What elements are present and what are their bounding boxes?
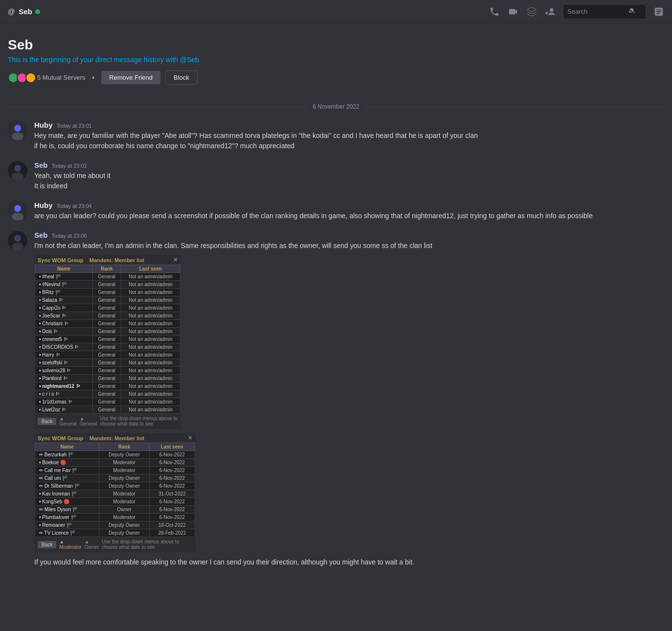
table-row: • Cappi2o 🏳GeneralNot an admin/admin xyxy=(35,304,180,312)
svg-point-5 xyxy=(12,173,23,180)
footer-text-2: Use the drop-down menus above to choose … xyxy=(102,539,192,550)
table-row: • Plumbalover 🏴Moderator6-Nov-2022 xyxy=(35,514,195,521)
table-row: • Dois 🏳GeneralNot an admin/admin xyxy=(35,328,180,336)
rank-to-label-2: ▲ Owner xyxy=(85,539,99,550)
topbar-right xyxy=(489,5,664,19)
message-content: Seb Today at 23:02 Yeah, vw told me abou… xyxy=(34,161,664,191)
profile-desc: This is the beginning of your direct mes… xyxy=(8,56,664,64)
table-row: • JoeScar 🏳GeneralNot an admin/admin xyxy=(35,312,180,320)
col-header-name: Name xyxy=(35,265,93,273)
back-button-1[interactable]: Back xyxy=(38,418,56,425)
message-text: are you clan leader? could you please se… xyxy=(34,211,664,221)
search-box[interactable] xyxy=(563,5,646,19)
profile-name: Seb xyxy=(8,37,664,53)
svg-point-1 xyxy=(14,125,21,132)
message-group: Huby Today at 23:01 Hey mate, are you fa… xyxy=(8,118,664,154)
table-row: • KongSeb 🔴Moderator6-Nov-2022 xyxy=(35,498,195,506)
table-row: • nightmared12 🏳GeneralNot an admin/admi… xyxy=(35,383,180,390)
message-time: Today at 23:04 xyxy=(57,203,92,209)
svg-point-2 xyxy=(12,133,23,140)
table-row: ✏ Call me Fav 🏴Moderator6-Nov-2022 xyxy=(35,467,195,474)
close-icon-2[interactable]: ✕ xyxy=(188,435,192,441)
screenshot-header-1: Sync WOM Group Mandem: Member list ✕ xyxy=(35,255,180,265)
game-footer-1: Back ▲ General ▲ General Use the drop-do… xyxy=(35,414,180,428)
message-author: Huby xyxy=(34,201,53,209)
table-row: • Harry 🏳GeneralNot an admin/admin xyxy=(35,351,180,359)
screenshot-title-2: Sync WOM Group Mandem: Member list xyxy=(38,435,144,441)
avatar xyxy=(8,161,27,180)
separator-dot: • xyxy=(92,74,94,82)
rank-from-label-2: ▲ Moderator xyxy=(59,539,82,550)
game-table-1: Name Rank Last seen • #heal 🏴GeneralNot … xyxy=(35,265,180,414)
date-divider-text: 6 November 2022 xyxy=(313,103,359,110)
svg-point-8 xyxy=(12,213,23,221)
main-content: Seb This is the beginning of your direct… xyxy=(0,23,672,584)
screenshot-container: Sync WOM Group Mandem: Member list ✕ Nam… xyxy=(34,255,664,552)
video-icon[interactable] xyxy=(508,6,518,17)
close-icon[interactable]: ✕ xyxy=(173,257,178,263)
back-button-2[interactable]: Back xyxy=(38,541,56,548)
game-table-2: Name Rank Last seen ✏ Berzurkah 🏴Deputy … xyxy=(35,443,195,537)
remove-friend-button[interactable]: Remove Friend xyxy=(101,71,160,84)
table-row: • BRitz 🏴GeneralNot an admin/admin xyxy=(35,289,180,296)
nitro-icon[interactable] xyxy=(526,6,537,17)
table-row: ✏ TV Licence 🏴Deputy Owner28-Feb-2022 xyxy=(35,529,195,537)
table-row: • DISCORDIOS 🏳GeneralNot an admin/admin xyxy=(35,343,180,351)
date-divider: 6 November 2022 xyxy=(8,103,664,110)
svg-point-10 xyxy=(14,235,21,242)
rank-from-label: ▲ General xyxy=(59,416,77,427)
game-screenshot-1: Sync WOM Group Mandem: Member list ✕ Nam… xyxy=(34,255,181,429)
table-row: • Kav Ironman 🏴Moderator31-Oct-2022 xyxy=(35,490,195,498)
table-row: • Christiani 🏳GeneralNot an admin/admin xyxy=(35,320,180,328)
phone-icon[interactable] xyxy=(489,6,500,17)
message-text: Hey mate, are you familiar with the play… xyxy=(34,131,664,151)
topbar-left: @ Seb xyxy=(8,7,40,16)
screenshot-title-1: Sync WOM Group Mandem: Member list xyxy=(38,257,144,263)
message-content: Huby Today at 23:04 are you clan leader?… xyxy=(34,201,664,221)
table-row: • #heal 🏴GeneralNot an admin/admin xyxy=(35,273,180,281)
message-text: I'm not the clan leader, I'm an admin in… xyxy=(34,241,664,251)
topbar-username: Seb xyxy=(19,7,32,16)
message-text: Yeah, vw told me about it It is indeed xyxy=(34,171,664,191)
col-header-rank-2: Rank xyxy=(99,443,149,451)
screenshot-header-2: Sync WOM Group Mandem: Member list ✕ xyxy=(35,433,195,443)
message-header: Seb Today at 23:06 xyxy=(34,231,664,239)
message-author: Seb xyxy=(34,161,48,169)
search-input[interactable] xyxy=(567,8,626,15)
game-footer-2: Back ▲ Moderator ▲ Owner Use the drop-do… xyxy=(35,537,195,552)
message-header: Seb Today at 23:02 xyxy=(34,161,664,169)
desc-suffix: . xyxy=(199,56,201,64)
table-row: • Plantlord 🏳GeneralNot an admin/admin xyxy=(35,375,180,383)
message-author: Seb xyxy=(34,231,48,239)
server-avatars xyxy=(8,72,34,83)
avatar xyxy=(8,121,27,140)
block-button[interactable]: Block xyxy=(165,70,198,85)
inbox-icon[interactable] xyxy=(653,6,664,17)
table-row: • #Nevind 🏴GeneralNot an admin/admin xyxy=(35,281,180,289)
table-row: • crewnet5 🏳GeneralNot an admin/admin xyxy=(35,336,180,343)
message-text-continuation: If you would feel more comfortable speak… xyxy=(34,557,664,567)
col-header-name-2: Name xyxy=(35,443,99,451)
svg-point-7 xyxy=(14,205,21,212)
add-friend-icon[interactable] xyxy=(545,6,556,17)
table-row: ✏ Dr Silberman 🏴Deputy Owner6-Nov-2022 xyxy=(35,482,195,490)
profile-header: Seb This is the beginning of your direct… xyxy=(8,31,664,95)
table-row: • 1r1d1xmas 🏳GeneralNot an admin/admin xyxy=(35,398,180,406)
table-row: • c r i s 🏳GeneralNot an admin/admin xyxy=(35,390,180,398)
message-author: Huby xyxy=(34,121,53,129)
mutual-servers-label: 5 Mutual Servers xyxy=(37,74,85,81)
message-header: Huby Today at 23:04 xyxy=(34,201,664,209)
footer-text-1: Use the drop-down menus above to choose … xyxy=(100,416,178,427)
message-group: Seb Today at 23:06 I'm not the clan lead… xyxy=(8,228,664,570)
table-row: • Remoaner 🏴Deputy Owner18-Oct-2022 xyxy=(35,521,195,529)
avatar xyxy=(8,231,27,250)
message-time: Today at 23:01 xyxy=(57,123,92,129)
table-row: • Livel2oz 🏳GeneralNot an admin/admin xyxy=(35,406,180,414)
topbar: @ Seb xyxy=(0,0,672,23)
message-group: Huby Today at 23:04 are you clan leader?… xyxy=(8,198,664,224)
col-header-lastseen: Last seen xyxy=(121,265,180,273)
avatar xyxy=(8,201,27,221)
table-row: • sceloffski 🏳GeneralNot an admin/admin xyxy=(35,359,180,367)
table-row: ✏ Miles Dyson 🏴Owner6-Nov-2022 xyxy=(35,506,195,514)
topbar-user: Seb xyxy=(19,7,40,16)
